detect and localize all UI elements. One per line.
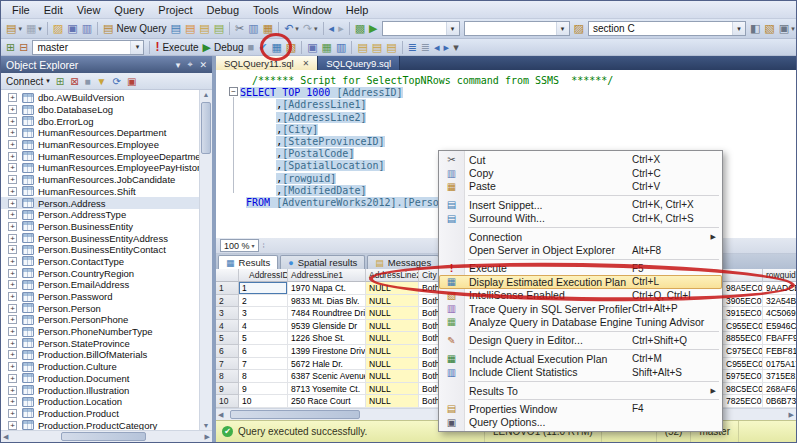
tree-item-production-culture[interactable]: +Production.Culture bbox=[1, 361, 199, 373]
grid-cell[interactable]: NULL bbox=[366, 370, 419, 383]
tree-item-person-emailaddress[interactable]: +Person.EmailAddress bbox=[1, 279, 199, 291]
grid-cell[interactable]: 3715E813 bbox=[763, 370, 796, 383]
expand-plus-icon[interactable]: + bbox=[8, 339, 17, 348]
expand-plus-icon[interactable]: + bbox=[8, 386, 17, 395]
grid-cell[interactable]: NULL bbox=[366, 345, 419, 358]
menu-file[interactable]: File bbox=[5, 3, 37, 17]
tree-item-person-personphone[interactable]: +Person.PersonPhone bbox=[1, 314, 199, 326]
grid-cell[interactable]: 1399 Firestone Drive bbox=[288, 345, 366, 358]
grid-cell[interactable]: FEBF8191 bbox=[763, 345, 796, 358]
grid-cell[interactable]: 2 bbox=[239, 295, 288, 308]
grid-row-header[interactable]: 5 bbox=[216, 332, 239, 345]
expand-plus-icon[interactable]: + bbox=[8, 140, 17, 149]
chevron-down-icon[interactable]: ▾ bbox=[732, 22, 745, 35]
expand-plus-icon[interactable]: + bbox=[8, 163, 17, 172]
grid-cell[interactable]: 8713 Yosemite Ct. bbox=[288, 383, 366, 396]
grid-cell[interactable]: 32A54B96 bbox=[763, 295, 796, 308]
tree-item-production-illustration[interactable]: +Production.Illustration bbox=[1, 384, 199, 396]
cancel-executing-query-icon[interactable]: ■ bbox=[246, 39, 257, 55]
chevron-down-icon[interactable]: ▾ bbox=[556, 22, 569, 35]
analysis-services-dmx-query-icon[interactable]: ▤ bbox=[197, 21, 211, 37]
expand-plus-icon[interactable]: + bbox=[8, 234, 17, 243]
results-tab-messages[interactable]: ▤Messages bbox=[367, 255, 439, 269]
tree-item-humanresources-employee[interactable]: +HumanResources.Employee bbox=[1, 139, 199, 151]
tree-item-person-stateprovince[interactable]: +Person.StateProvince bbox=[1, 337, 199, 349]
scroll-right-icon[interactable]: ▶ bbox=[205, 433, 210, 441]
copy-icon[interactable]: ▥ bbox=[246, 21, 260, 37]
menu-item-include-actual-execution-plan[interactable]: ▦Include Actual Execution PlanCtrl+M bbox=[439, 352, 722, 365]
add-to-help-favorites-icon[interactable]: ▨ bbox=[572, 21, 586, 37]
redo-icon[interactable]: ↷▾ bbox=[301, 21, 320, 37]
toolbar-overflow-icon[interactable]: ▾ bbox=[451, 39, 461, 55]
menu-item-include-client-statistics[interactable]: ▥Include Client StatisticsShift+Alt+S bbox=[439, 365, 722, 378]
navigate-back-icon[interactable]: ◂ bbox=[327, 21, 337, 37]
scrollbar-thumb[interactable] bbox=[230, 410, 360, 419]
menu-item-insert-snippet[interactable]: ▤Insert Snippet...Ctrl+K, Ctrl+X bbox=[439, 198, 722, 211]
grid-column-header-rowguid[interactable]: rowguid bbox=[763, 269, 796, 282]
query-options-icon[interactable]: ▧ bbox=[284, 39, 298, 55]
expand-plus-icon[interactable]: + bbox=[8, 315, 17, 324]
menu-item-surround-with[interactable]: ▤Surround With...Ctrl+K, Ctrl+S bbox=[439, 212, 722, 225]
expand-plus-icon[interactable]: + bbox=[8, 187, 17, 196]
expand-plus-icon[interactable]: + bbox=[8, 105, 17, 114]
object-explorer-vertical-scrollbar[interactable]: ▲ ▼ bbox=[199, 90, 212, 430]
menu-item-open-server-in-object-explorer[interactable]: Open Server in Object ExplorerAlt+F8 bbox=[439, 243, 722, 256]
grid-cell[interactable]: 1970 Napa Ct. bbox=[288, 282, 366, 295]
expand-plus-icon[interactable]: + bbox=[8, 210, 17, 219]
tree-item-dbo-awbuildversion[interactable]: +dbo.AWBuildVersion bbox=[1, 92, 199, 104]
tree-item-production-productcategory[interactable]: +Production.ProductCategory bbox=[1, 419, 199, 430]
menu-item-query-options[interactable]: ▣Query Options... bbox=[439, 416, 722, 429]
increase-indent-icon[interactable]: ▸ bbox=[442, 39, 452, 55]
grid-row-header[interactable]: 2 bbox=[216, 295, 239, 308]
tree-item-person-contacttype[interactable]: +Person.ContactType bbox=[1, 256, 199, 268]
grid-column-header-addressline1[interactable]: AddressLine1 bbox=[288, 269, 366, 282]
change-connection-icon[interactable]: ⊟ bbox=[17, 39, 30, 55]
grid-cell[interactable]: 9833 Mt. Dias Blv. bbox=[288, 295, 366, 308]
menu-help[interactable]: Help bbox=[339, 3, 376, 17]
navigate-forward-icon[interactable]: ▸ bbox=[336, 21, 346, 37]
menu-item-results-to[interactable]: Results To▶ bbox=[439, 384, 722, 397]
expand-plus-icon[interactable]: + bbox=[8, 280, 17, 289]
activity-monitor-icon[interactable]: ▩ bbox=[353, 21, 367, 37]
grid-cell[interactable]: C955EC0 bbox=[723, 358, 763, 371]
grid-row-header[interactable]: 3 bbox=[216, 307, 239, 320]
menu-item-connection[interactable]: Connection▶ bbox=[439, 230, 722, 243]
tree-item-humanresources-shift[interactable]: +HumanResources.Shift bbox=[1, 186, 199, 198]
grid-cell[interactable]: 5975EC0 bbox=[723, 370, 763, 383]
grid-cell[interactable]: NULL bbox=[366, 358, 419, 371]
grid-cell[interactable]: 98C5EC0 bbox=[723, 383, 763, 396]
grid-cell[interactable]: E5946C78 bbox=[763, 320, 796, 333]
grid-cell[interactable]: 7 bbox=[239, 358, 288, 371]
grid-cell[interactable]: 4C506923 bbox=[763, 307, 796, 320]
analysis-services-xmla-query-icon[interactable]: ▤ bbox=[212, 21, 226, 37]
grid-cell[interactable]: 268AF621 bbox=[763, 383, 796, 396]
menu-item-display-estimated-execution-plan[interactable]: ▦Display Estimated Execution PlanCtrl+L bbox=[439, 275, 722, 288]
menu-debug[interactable]: Debug bbox=[200, 3, 246, 17]
tree-item-dbo-errorlog[interactable]: +dbo.ErrorLog bbox=[1, 115, 199, 127]
tree-item-person-businessentitycontact[interactable]: +Person.BusinessEntityContact bbox=[1, 244, 199, 256]
object-explorer-horizontal-scrollbar[interactable]: ◀ ▶ bbox=[1, 430, 212, 442]
grid-cell[interactable]: 9AADCB0 bbox=[763, 282, 796, 295]
grid-column-header-addressid[interactable]: AddressID bbox=[239, 269, 288, 282]
filter-icon[interactable]: ▼ bbox=[97, 76, 107, 87]
grid-row-header[interactable]: 8 bbox=[216, 370, 239, 383]
window-position-icon[interactable]: ▾ bbox=[176, 60, 181, 70]
scroll-up-icon[interactable]: ▲ bbox=[200, 91, 212, 98]
menu-window[interactable]: Window bbox=[286, 3, 339, 17]
grid-row-header[interactable]: 7 bbox=[216, 358, 239, 371]
close-icon[interactable]: ✕ bbox=[303, 59, 310, 68]
tree-item-humanresources-employeepayhistory[interactable]: +HumanResources.EmployeePayHistory bbox=[1, 162, 199, 174]
tools-options-icon[interactable]: ▣▾ bbox=[777, 21, 797, 37]
expand-plus-icon[interactable]: + bbox=[8, 362, 17, 371]
menu-edit[interactable]: Edit bbox=[37, 3, 70, 17]
grid-cell[interactable]: NULL bbox=[366, 295, 419, 308]
expand-plus-icon[interactable]: + bbox=[8, 128, 17, 137]
tree-item-person-addresstype[interactable]: +Person.AddressType bbox=[1, 209, 199, 221]
grid-cell[interactable]: 10 bbox=[239, 395, 288, 408]
menu-tools[interactable]: Tools bbox=[246, 3, 286, 17]
grid-cell[interactable]: 0175A174 bbox=[763, 358, 796, 371]
comment-out-lines-icon[interactable]: ≣ bbox=[406, 39, 419, 55]
available-databases-combo[interactable]: master▾ bbox=[32, 40, 144, 55]
zoom-level-selector[interactable]: 100 % ▾ bbox=[220, 239, 259, 252]
expand-plus-icon[interactable]: + bbox=[8, 257, 17, 266]
